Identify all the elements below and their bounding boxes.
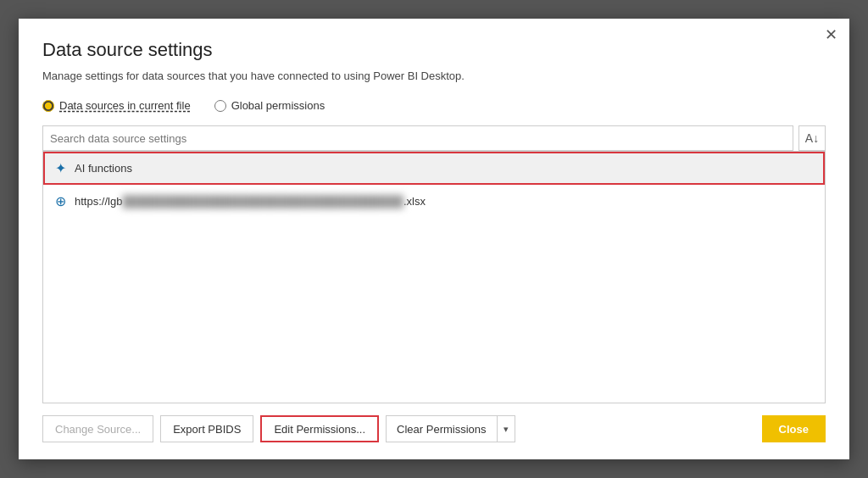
sort-button[interactable]: A↓ [798, 125, 826, 151]
radio-global[interactable]: Global permissions [214, 99, 326, 112]
url-blur: ████████████████████████████████████ [122, 195, 403, 208]
export-pbids-button[interactable]: Export PBIDS [160, 415, 253, 442]
edit-permissions-button[interactable]: Edit Permissions... [260, 415, 379, 442]
url-suffix: .xlsx [403, 195, 426, 208]
list-item-url-label: https://lgb█████████████████████████████… [75, 195, 426, 208]
radio-current-file[interactable]: Data sources in current file [42, 99, 191, 112]
search-input[interactable] [42, 125, 793, 151]
data-source-list: ✦ AI functions ⊕ https://lgb████████████… [42, 151, 826, 403]
list-item-url[interactable]: ⊕ https://lgb███████████████████████████… [43, 185, 825, 218]
action-buttons: Change Source... Export PBIDS Edit Permi… [42, 415, 826, 442]
radio-current-file-input[interactable] [42, 100, 54, 112]
radio-current-file-label: Data sources in current file [59, 99, 191, 112]
chevron-down-icon: ▾ [504, 424, 509, 435]
radio-global-input[interactable] [214, 100, 226, 112]
dialog-title: Data source settings [42, 39, 826, 61]
change-source-button[interactable]: Change Source... [42, 415, 153, 442]
close-icon-button[interactable]: ✕ [825, 27, 837, 42]
data-source-settings-dialog: ✕ Data source settings Manage settings f… [19, 19, 849, 459]
web-icon: ⊕ [55, 193, 66, 209]
clear-permissions-dropdown[interactable]: ▾ [497, 415, 515, 442]
list-item-ai-functions[interactable]: ✦ AI functions [43, 152, 825, 185]
radio-group: Data sources in current file Global perm… [42, 99, 826, 112]
sort-icon: A↓ [805, 131, 819, 145]
clear-permissions-group: Clear Permissions ▾ [386, 415, 515, 442]
ai-functions-icon: ✦ [55, 160, 66, 176]
radio-global-label: Global permissions [231, 99, 326, 112]
list-item-ai-label: AI functions [75, 162, 132, 175]
clear-permissions-button[interactable]: Clear Permissions [386, 415, 496, 442]
dialog-subtitle: Manage settings for data sources that yo… [42, 69, 826, 82]
close-icon: ✕ [825, 26, 837, 43]
close-button[interactable]: Close [762, 415, 826, 442]
search-row: A↓ [42, 125, 826, 151]
url-prefix: https://lgb [75, 195, 122, 208]
